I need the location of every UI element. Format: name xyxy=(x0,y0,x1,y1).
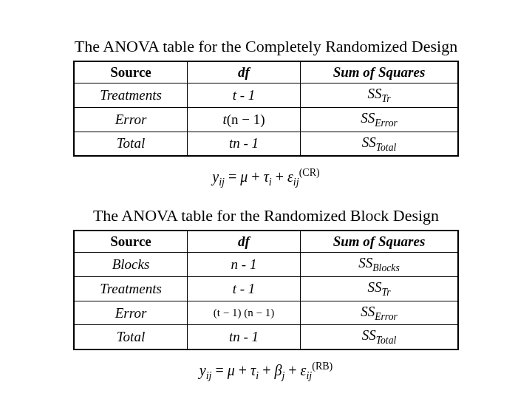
eq-equals: = xyxy=(215,362,227,378)
crd-title: The ANOVA table for the Completely Rando… xyxy=(44,37,488,56)
cell-df: n - 1 xyxy=(188,253,301,277)
cell-source: Total xyxy=(74,132,188,156)
cell-ss: SSTotal xyxy=(301,325,459,349)
cell-ss: SSTr xyxy=(301,83,459,108)
eq-tau-sub: i xyxy=(256,370,259,381)
eq-equals: = xyxy=(228,168,240,185)
crd-table: Source df Sum of Squares Treatments t - … xyxy=(73,61,459,157)
cell-ss: SSTr xyxy=(301,276,459,301)
cell-df: tn - 1 xyxy=(188,325,301,349)
table-row: Total tn - 1 SSTotal xyxy=(74,132,458,156)
df-post: (n − 1) xyxy=(227,112,265,127)
table-row: Treatments t - 1 SSTr xyxy=(74,83,458,108)
eq-y-sub: ij xyxy=(206,370,212,381)
header-ss: Sum of Squares xyxy=(301,231,459,253)
cell-df: t(n − 1) xyxy=(188,107,301,132)
ss-base: SS xyxy=(361,110,375,126)
ss-sub: Blocks xyxy=(372,262,399,273)
rbd-table: Source df Sum of Squares Blocks n - 1 SS… xyxy=(73,230,459,350)
table-row: Error t(n − 1) SSError xyxy=(74,107,458,132)
slide: The ANOVA table for the Completely Rando… xyxy=(0,0,532,399)
eq-y: y xyxy=(212,168,219,185)
eq-y-sub: ij xyxy=(219,177,225,188)
cell-df: (t − 1) (n − 1) xyxy=(188,301,301,325)
header-ss: Sum of Squares xyxy=(301,61,459,83)
table-header-row: Source df Sum of Squares xyxy=(74,61,458,83)
ss-base: SS xyxy=(362,134,376,150)
table-header-row: Source df Sum of Squares xyxy=(74,231,458,253)
header-source: Source xyxy=(74,61,188,83)
table-row: Treatments t - 1 SSTr xyxy=(74,276,458,301)
eq-mu: μ xyxy=(240,168,248,185)
cell-source: Total xyxy=(74,325,188,349)
eq-beta-sub: j xyxy=(282,370,284,381)
ss-base: SS xyxy=(361,304,375,319)
rbd-equation: yij = μ + τi + βj + εij(RB) xyxy=(44,361,488,382)
cell-source: Error xyxy=(74,301,188,325)
crd-equation: yij = μ + τi + εij(CR) xyxy=(44,167,488,188)
cell-ss: SSError xyxy=(301,301,459,325)
ss-base: SS xyxy=(367,279,381,295)
rbd-title: The ANOVA table for the Randomized Block… xyxy=(44,206,488,225)
ss-sub: Total xyxy=(376,335,397,346)
cell-source: Treatments xyxy=(74,276,188,301)
ss-base: SS xyxy=(362,327,376,343)
ss-sub: Error xyxy=(375,117,398,129)
eq-plus: + xyxy=(262,362,274,378)
cell-source: Treatments xyxy=(74,83,188,108)
eq-tau: τ xyxy=(264,168,269,185)
ss-base: SS xyxy=(367,86,381,101)
cell-source: Error xyxy=(74,107,188,132)
eq-plus: + xyxy=(239,362,250,378)
cell-df: t - 1 xyxy=(188,276,301,301)
header-df: df xyxy=(188,61,301,83)
eq-plus: + xyxy=(288,362,300,378)
eq-y: y xyxy=(200,362,206,378)
cell-df: t - 1 xyxy=(188,83,301,108)
header-df: df xyxy=(188,231,301,253)
eq-eps-sup: (CR) xyxy=(299,167,320,178)
cell-ss: SSBlocks xyxy=(301,253,459,277)
eq-plus: + xyxy=(251,168,263,185)
cell-df: tn - 1 xyxy=(188,132,301,156)
eq-eps-sub: ij xyxy=(293,177,299,188)
table-row: Total tn - 1 SSTotal xyxy=(74,325,458,349)
ss-sub: Tr xyxy=(381,93,390,104)
eq-beta: β xyxy=(274,362,282,378)
eq-eps-sub: ij xyxy=(306,370,312,381)
cell-ss: SSTotal xyxy=(301,132,459,156)
eq-eps-sup: (RB) xyxy=(312,361,332,372)
cell-ss: SSError xyxy=(301,107,459,132)
eq-tau-sub: i xyxy=(269,177,272,188)
ss-sub: Total xyxy=(376,141,397,152)
table-row: Blocks n - 1 SSBlocks xyxy=(74,253,458,277)
ss-base: SS xyxy=(358,255,372,270)
cell-source: Blocks xyxy=(74,253,188,277)
ss-sub: Tr xyxy=(381,287,390,298)
ss-sub: Error xyxy=(375,310,398,321)
eq-eps: ε xyxy=(287,168,293,185)
header-source: Source xyxy=(74,231,188,253)
eq-mu: μ xyxy=(228,362,235,378)
eq-plus: + xyxy=(276,168,287,185)
table-row: Error (t − 1) (n − 1) SSError xyxy=(74,301,458,325)
